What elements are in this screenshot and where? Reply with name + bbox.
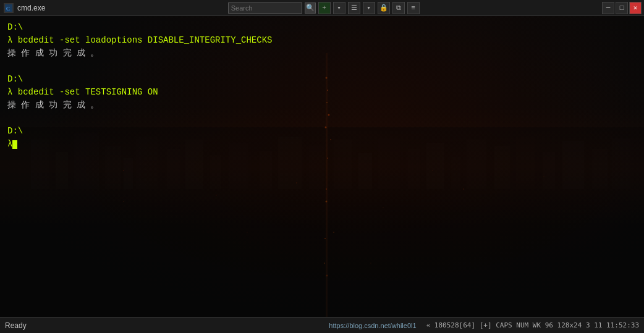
- terminal-line: D:\: [7, 21, 637, 34]
- command-text: bcdedit -set TESTSIGNING ON: [18, 87, 158, 97]
- prompt: λ: [7, 87, 18, 97]
- terminal-line: 操 作 成 功 完 成 。: [7, 47, 637, 60]
- command-text: bcdedit -set loadoptions DISABLE_INTEGRI…: [18, 35, 273, 45]
- lock-button[interactable]: 🔒: [378, 2, 390, 14]
- add-button[interactable]: +: [318, 2, 331, 14]
- close-button[interactable]: ✕: [629, 2, 642, 14]
- app-icon: C: [4, 3, 14, 13]
- titlebar: C cmd.exe 🔍 + ▾ ☰ ▾ 🔒 ⧉ ≡ ─ □ ✕: [0, 0, 644, 16]
- minimize-button[interactable]: ─: [602, 2, 614, 14]
- terminal-blank-line: [7, 112, 637, 125]
- terminal-blank-line: [7, 60, 637, 73]
- view-button[interactable]: ☰: [348, 2, 360, 14]
- status-url: https://blog.csdn.net/while0l1: [329, 322, 416, 329]
- terminal-line: D:\: [7, 73, 637, 86]
- terminal-line: λ: [7, 138, 637, 151]
- terminal-line: λ bcdedit -set TESTSIGNING ON: [7, 86, 637, 99]
- terminal-window[interactable]: D:\ λ bcdedit -set loadoptions DISABLE_I…: [0, 16, 644, 317]
- prompt: λ: [7, 35, 18, 45]
- window-title: cmd.exe: [17, 4, 45, 12]
- status-ready: Ready: [5, 321, 27, 330]
- status-right-section: https://blog.csdn.net/while0l1 « 180528[…: [329, 321, 639, 329]
- dropdown1-button[interactable]: ▾: [333, 2, 345, 14]
- terminal-line: λ bcdedit -set loadoptions DISABLE_INTEG…: [7, 34, 637, 47]
- dropdown2-button[interactable]: ▾: [363, 2, 375, 14]
- titlebar-left: C cmd.exe: [0, 3, 45, 13]
- search-button[interactable]: 🔍: [305, 2, 316, 14]
- statusbar: Ready https://blog.csdn.net/while0l1 « 1…: [0, 317, 644, 333]
- prompt: λ: [7, 139, 12, 149]
- split-button[interactable]: ⧉: [392, 2, 405, 14]
- terminal-line: D:\: [7, 125, 637, 138]
- terminal-line: 操 作 成 功 完 成 。: [7, 99, 637, 112]
- menu-button[interactable]: ≡: [407, 2, 420, 14]
- maximize-button[interactable]: □: [616, 2, 628, 14]
- cursor: [12, 140, 17, 149]
- window-controls: ─ □ ✕: [602, 2, 644, 14]
- status-position: « 180528[64] [+] CAPS NUM WK 96 128x24 3…: [426, 321, 639, 329]
- svg-text:C: C: [6, 6, 10, 12]
- titlebar-search-area: 🔍 + ▾ ☰ ▾ 🔒 ⧉ ≡: [228, 2, 420, 14]
- search-input[interactable]: [228, 2, 302, 14]
- terminal-content[interactable]: D:\ λ bcdedit -set loadoptions DISABLE_I…: [0, 16, 644, 317]
